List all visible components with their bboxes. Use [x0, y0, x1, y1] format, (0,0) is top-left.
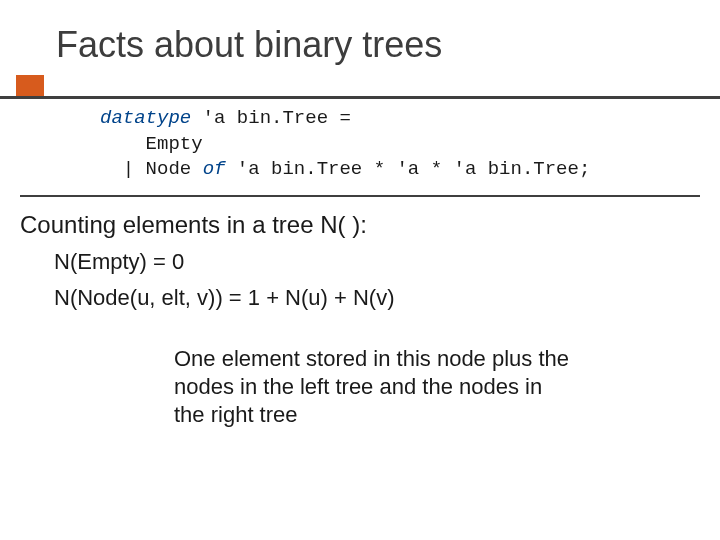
code-line3-pre: | Node	[100, 158, 203, 180]
equation-empty: N(Empty) = 0	[54, 249, 720, 275]
code-line2: Empty	[100, 133, 203, 155]
keyword-datatype: datatype	[100, 107, 191, 129]
title-rule	[0, 96, 720, 99]
keyword-of: of	[203, 158, 226, 180]
slide: Facts about binary trees datatype 'a bin…	[0, 0, 720, 540]
slide-title: Facts about binary trees	[0, 0, 720, 76]
code-line3-rest: 'a bin.Tree * 'a * 'a bin.Tree;	[225, 158, 590, 180]
equation-node: N(Node(u, elt, v)) = 1 + N(u) + N(v)	[54, 285, 720, 311]
explanation-text: One element stored in this node plus the…	[174, 345, 574, 429]
datatype-code: datatype 'a bin.Tree = Empty | Node of '…	[100, 106, 720, 183]
subheading: Counting elements in a tree N( ):	[20, 211, 720, 239]
title-divider	[0, 76, 720, 84]
code-line1: 'a bin.Tree =	[191, 107, 351, 129]
content-divider	[20, 195, 700, 197]
